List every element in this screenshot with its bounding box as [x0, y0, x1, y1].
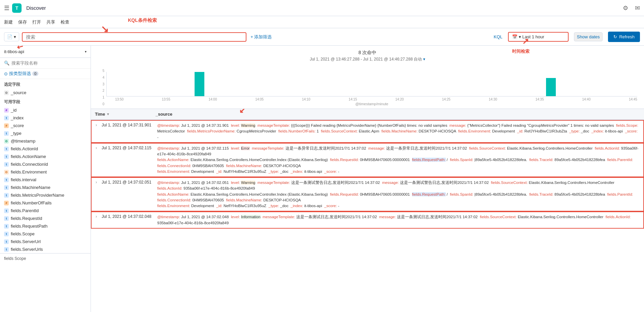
field-item[interactable]: t fields.ServerUrls: [0, 245, 91, 253]
menu-icon[interactable]: ☰: [4, 4, 9, 12]
inspect-button[interactable]: 检查: [61, 19, 69, 25]
refresh-button[interactable]: ↻ Refresh: [608, 32, 640, 42]
secondary-nav: 新建 保存 打开 共享 检查 KQL条件检索 ↙: [0, 16, 644, 28]
chevron-icon: ▾: [14, 34, 16, 39]
field-item[interactable]: # _score: [0, 122, 91, 129]
chart-subtitle: Jul 1, 2021 @ 13:46:27.288 - Jul 1, 2021…: [98, 56, 637, 62]
index-name: it-tibos-api: [4, 49, 24, 54]
field-search-input[interactable]: [11, 61, 87, 66]
filter-count-badge: 0: [32, 71, 38, 76]
filter-icon: ⊙: [4, 71, 8, 76]
field-type-icon: #: [4, 108, 9, 113]
available-fields-title: 可用字段: [0, 96, 91, 106]
table-row[interactable]: › Jul 1, 2021 @ 14:37:02.115 @timestamp:…: [91, 143, 644, 177]
expand-icon[interactable]: ›: [96, 146, 100, 174]
field-type-icon: t: [4, 131, 9, 136]
field-name: fields.Scope: [11, 231, 35, 236]
index-selector[interactable]: it-tibos-api ▾ 索引 ↙: [0, 46, 91, 58]
field-item[interactable]: t fields.ActionName: [0, 153, 91, 160]
field-item[interactable]: t fields.ConnectionId: [0, 160, 91, 168]
field-item[interactable]: t fields.interval: [0, 176, 91, 184]
chart-bar[interactable]: [195, 72, 204, 96]
field-type-icon: t: [4, 154, 9, 159]
field-type-icon: ⊙: [4, 90, 9, 95]
log-source: @timestamp: Jul 1, 2021 @ 14:37:02.051 l…: [157, 180, 639, 209]
expand-icon[interactable]: ›: [96, 214, 100, 226]
sidebar-search: 🔍: [0, 58, 91, 69]
app-logo: T: [12, 3, 22, 13]
field-item[interactable]: t _index: [0, 114, 91, 122]
field-name: fields.ActionName: [11, 154, 46, 159]
mail-icon[interactable]: ✉: [635, 4, 640, 12]
field-type-icon: t: [4, 178, 9, 182]
table-row[interactable]: › Jul 1, 2021 @ 14:37:02.051 @timestamp:…: [91, 177, 644, 211]
field-name: @timestamp: [11, 139, 35, 144]
refresh-icon: ↻: [613, 34, 617, 39]
search-input[interactable]: [26, 34, 242, 40]
log-time: Jul 1, 2021 @ 14:37:02.051: [102, 180, 157, 209]
field-name: fields.RequestId: [11, 216, 42, 221]
field-item[interactable]: t fields.MetricsProviderName: [0, 191, 91, 199]
search-input-wrap: [22, 32, 246, 42]
log-source: @timestamp: Jul 1, 2021 @ 14:37:31.901 l…: [157, 123, 639, 140]
field-item[interactable]: t fields.RequestId: [0, 214, 91, 222]
field-item[interactable]: t fields.ServerUrl: [0, 238, 91, 245]
field-name: fields.Environment: [11, 169, 47, 174]
selected-field-source[interactable]: ⊙ _source: [0, 89, 91, 96]
field-item[interactable]: t fields.MachineName: [0, 184, 91, 191]
field-type-icon: t: [4, 162, 9, 167]
field-item[interactable]: t fields.Scope: [0, 230, 91, 238]
doc-type-button[interactable]: 📄 ▾: [4, 32, 19, 41]
field-type-icon: t: [4, 247, 9, 252]
field-name: fields.MetricsProviderName: [11, 193, 64, 198]
log-table-header: Time ▼ _source: [91, 109, 644, 120]
field-item[interactable]: t _type: [0, 129, 91, 137]
new-button[interactable]: 新建: [4, 19, 13, 25]
field-name: _index: [11, 115, 24, 120]
field-name: _score: [11, 123, 24, 128]
field-item[interactable]: # _id: [0, 106, 91, 114]
field-item[interactable]: t fields.ParentId: [0, 207, 91, 214]
add-filter-button[interactable]: + 添加筛选: [250, 34, 272, 40]
field-name: _id: [11, 108, 16, 113]
table-row[interactable]: › Jul 1, 2021 @ 14:37:02.048 @timestamp:…: [91, 211, 644, 229]
field-item[interactable]: ⊙ @timestamp: [0, 137, 91, 145]
app-title: Discover: [26, 5, 46, 11]
field-name: fields.NumberOfFails: [11, 200, 52, 205]
settings-icon[interactable]: ⚙: [623, 4, 628, 12]
doc-icon: 📄: [7, 34, 12, 39]
search-bar: 📄 ▾ + 添加筛选 KQL 📅 ▾ Last 1 hour Show date…: [0, 28, 644, 46]
save-button[interactable]: 保存: [18, 19, 27, 25]
open-button[interactable]: 打开: [32, 19, 41, 25]
field-type-icon: ⊙: [4, 170, 9, 174]
field-type-icon: t: [4, 224, 9, 229]
x-axis-title: @timestamp/minute: [106, 102, 637, 106]
expand-icon[interactable]: ›: [96, 123, 100, 140]
top-nav: ☰ T Discover ⚙ ✉: [0, 0, 644, 16]
share-button[interactable]: 共享: [46, 19, 55, 25]
field-item[interactable]: t fields.ActionId: [0, 145, 91, 153]
kql-label: KQL: [494, 34, 503, 39]
show-dates-button[interactable]: Show dates: [574, 32, 603, 41]
field-type-icon: t: [4, 193, 9, 198]
table-row[interactable]: › Jul 1, 2021 @ 14:37:31.901 @timestamp:…: [91, 120, 644, 143]
field-item[interactable]: t fields.RequestPath: [0, 222, 91, 230]
content-area: 8 次命中 Jul 1, 2021 @ 13:46:27.288 - Jul 1…: [91, 46, 644, 312]
sidebar: it-tibos-api ▾ 索引 ↙ 🔍 ⊙ 按类型筛选 0 选定字段 ⊙ _…: [0, 46, 91, 312]
field-type-icon: t: [4, 147, 9, 151]
field-name: _source: [11, 90, 26, 95]
log-source: @timestamp: Jul 1, 2021 @ 14:37:02.115 l…: [157, 146, 639, 174]
field-name: fields.ActionId: [11, 146, 38, 151]
field-item[interactable]: # fields.NumberOfFails: [0, 199, 91, 207]
chevron-down-icon: ▾: [519, 34, 521, 39]
col-source-header: _source: [156, 112, 640, 117]
col-time-header: Time ▼: [95, 112, 156, 117]
auto-interval-button[interactable]: ▾: [423, 57, 425, 62]
expand-icon[interactable]: ›: [96, 180, 100, 209]
field-item[interactable]: ⊙ fields.Environment: [0, 168, 91, 176]
time-picker[interactable]: 📅 ▾ Last 1 hour: [508, 32, 569, 42]
chart-bars: [106, 72, 637, 96]
sort-icon[interactable]: ▼: [106, 112, 110, 116]
filter-types-button[interactable]: ⊙ 按类型筛选 0: [0, 69, 91, 79]
chart-bar[interactable]: [546, 78, 556, 96]
